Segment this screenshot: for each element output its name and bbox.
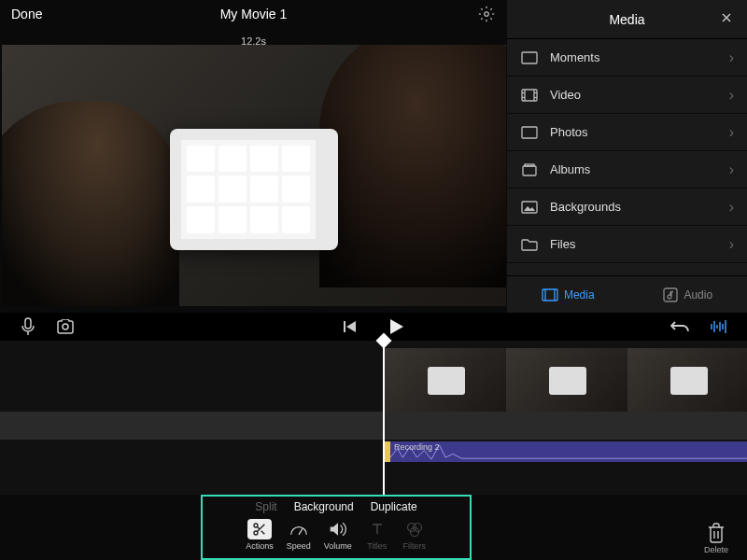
svg-point-26 <box>254 524 258 527</box>
volume-icon <box>329 522 347 537</box>
audio-clip-label: Recording 2 <box>394 442 440 452</box>
close-icon <box>719 10 734 25</box>
svg-point-0 <box>485 12 489 17</box>
media-item-label: Photos <box>550 125 729 139</box>
audio-waveform-icon <box>390 441 747 461</box>
media-item-files[interactable]: Files › <box>507 226 747 263</box>
audio-clip[interactable]: Recording 2 <box>385 441 747 462</box>
tab-audio-label: Audio <box>684 288 712 301</box>
tool-label: Volume <box>324 541 352 551</box>
play-icon <box>389 318 404 335</box>
camera-button[interactable] <box>56 315 78 338</box>
chevron-right-icon: › <box>729 236 734 253</box>
media-item-label: Files <box>550 237 729 251</box>
chevron-right-icon: › <box>729 49 734 66</box>
folder-icon <box>520 237 539 252</box>
photos-icon <box>520 125 539 140</box>
delete-label: Delete <box>704 545 728 554</box>
svg-rect-11 <box>525 164 534 166</box>
media-panel-title: Media <box>609 12 644 27</box>
svg-rect-12 <box>522 202 537 213</box>
titles-tool: Titles <box>365 519 389 551</box>
svg-point-27 <box>254 531 258 535</box>
settings-button[interactable] <box>477 5 496 23</box>
delete-button[interactable]: Delete <box>704 523 728 554</box>
albums-icon <box>520 162 539 177</box>
tab-audio[interactable]: Audio <box>663 287 712 302</box>
media-item-albums[interactable]: Albums › <box>507 151 747 189</box>
media-item-moments[interactable]: Moments › <box>507 39 747 77</box>
undo-icon <box>670 319 689 334</box>
media-item-video[interactable]: Video › <box>507 77 747 114</box>
svg-rect-1 <box>522 52 537 63</box>
media-item-label: Moments <box>550 50 729 64</box>
chevron-right-icon: › <box>729 87 734 104</box>
skip-back-button[interactable] <box>339 315 361 338</box>
media-item-label: Albums <box>550 162 729 176</box>
background-option[interactable]: Background <box>294 500 354 513</box>
svg-point-18 <box>63 324 68 329</box>
svg-line-31 <box>299 528 303 535</box>
tab-media-label: Media <box>564 288 595 301</box>
media-item-label: Video <box>550 88 729 102</box>
media-category-list: Moments › Video › Photos › Albums › Back… <box>507 39 747 275</box>
media-item-label: Backgrounds <box>550 200 729 214</box>
filters-tool: Filters <box>402 519 427 551</box>
svg-rect-10 <box>523 166 536 175</box>
microphone-button[interactable] <box>17 315 39 338</box>
waveform-toggle-button[interactable] <box>708 315 730 338</box>
audio-tab-icon <box>663 287 678 302</box>
clip-actions-panel: Split Background Duplicate Actions Speed… <box>201 495 472 560</box>
microphone-icon <box>21 317 35 336</box>
volume-tool[interactable]: Volume <box>324 519 352 551</box>
backgrounds-icon <box>520 200 539 215</box>
media-tab-icon <box>542 288 558 301</box>
video-track[interactable] <box>385 348 747 412</box>
video-icon <box>520 88 539 103</box>
svg-line-29 <box>261 531 265 535</box>
filters-icon <box>406 522 423 537</box>
media-panel: Media Moments › Video › Photos › <box>507 0 747 313</box>
tool-label: Filters <box>403 541 427 551</box>
project-title: My Movie 1 <box>220 7 288 21</box>
chevron-right-icon: › <box>729 161 734 178</box>
video-clip-thumb[interactable] <box>627 348 747 412</box>
done-button[interactable]: Done <box>11 7 42 21</box>
tab-media[interactable]: Media <box>542 288 595 301</box>
preview-area: Done My Movie 1 12,2s <box>0 0 507 313</box>
video-clip-thumb[interactable] <box>506 348 627 412</box>
speed-tool[interactable]: Speed <box>287 519 311 551</box>
waveform-icon <box>710 319 728 334</box>
transport-bar <box>0 313 747 341</box>
skip-back-icon <box>343 320 358 333</box>
video-preview[interactable] <box>0 47 507 303</box>
speedometer-icon <box>289 522 308 537</box>
tool-label: Titles <box>367 541 387 551</box>
play-button[interactable] <box>386 315 408 338</box>
media-item-backgrounds[interactable]: Backgrounds › <box>507 189 747 226</box>
svg-rect-17 <box>25 318 31 329</box>
timeline-gap-track <box>0 412 747 440</box>
svg-line-30 <box>257 526 260 529</box>
svg-rect-19 <box>344 321 345 332</box>
close-media-button[interactable] <box>719 10 734 29</box>
video-clip-thumb[interactable] <box>385 348 506 412</box>
chevron-right-icon: › <box>729 199 734 216</box>
moments-icon <box>520 50 539 65</box>
scissors-icon <box>252 522 267 537</box>
tool-label: Actions <box>246 541 274 551</box>
titles-icon <box>370 522 385 537</box>
trash-icon <box>708 523 725 543</box>
media-item-photos[interactable]: Photos › <box>507 114 747 151</box>
undo-button[interactable] <box>669 315 691 338</box>
svg-rect-9 <box>522 127 537 138</box>
actions-tool[interactable]: Actions <box>246 519 274 551</box>
camera-icon <box>57 319 78 334</box>
tool-label: Speed <box>287 541 311 551</box>
playhead[interactable] <box>383 341 385 495</box>
split-option: Split <box>255 500 276 513</box>
timeline[interactable]: Recording 2 <box>0 341 747 495</box>
chevron-right-icon: › <box>729 124 734 141</box>
duplicate-option[interactable]: Duplicate <box>371 500 417 513</box>
gear-icon <box>478 6 495 22</box>
